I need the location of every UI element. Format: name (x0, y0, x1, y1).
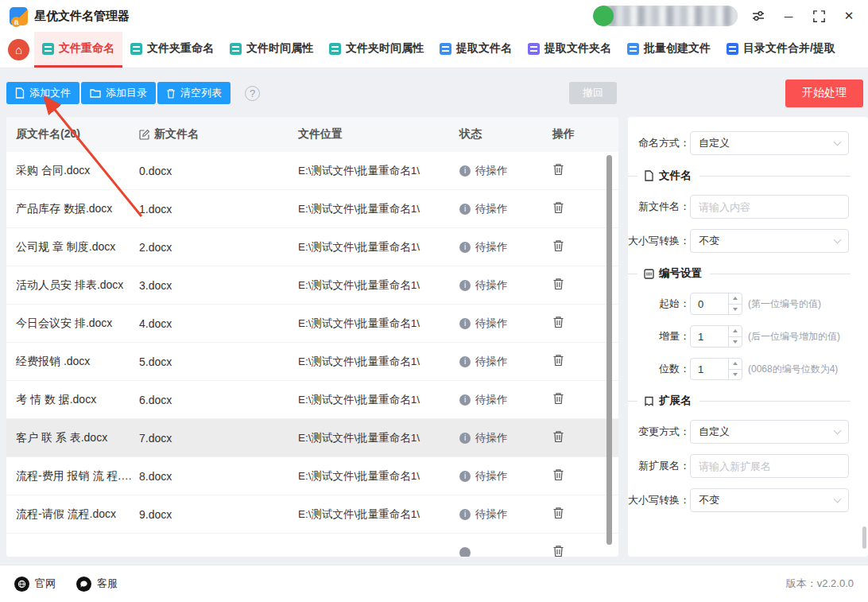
new-extension-input[interactable] (690, 454, 849, 478)
tab-file-rename[interactable]: 文件重命名 (34, 32, 122, 68)
delete-row-icon[interactable] (552, 316, 564, 328)
undo-button[interactable]: 撤回 (569, 82, 617, 104)
new-filename: 6.docx (139, 394, 298, 406)
delete-row-icon[interactable] (552, 468, 564, 481)
new-filename: 3.docx (139, 279, 298, 292)
increment-stepper[interactable]: 1 (690, 325, 742, 348)
customer-support-link[interactable]: 客服 (76, 577, 118, 592)
naming-method-label: 命名方式： (628, 136, 690, 150)
info-icon: i (459, 394, 471, 406)
stepper-down-icon[interactable] (729, 305, 742, 315)
ext-case-convert-label: 大小写转换： (628, 493, 690, 507)
panel-scrollbar[interactable] (862, 526, 866, 549)
stepper-up-icon[interactable] (729, 326, 742, 337)
table-row[interactable]: 流程-请假 流程.docx 9.docx E:\测试文件\批量重命名1\ i 待… (6, 495, 618, 534)
merge-extract-icon (727, 43, 738, 55)
filename-section-title: 文件名 (659, 169, 692, 183)
delete-row-icon[interactable] (552, 239, 564, 252)
column-header-actions: 操作 (552, 127, 618, 142)
info-icon: i (459, 433, 471, 444)
tab-extract-foldername[interactable]: 提取文件夹名 (520, 32, 619, 68)
delete-row-icon[interactable] (552, 354, 564, 367)
chevron-down-icon (834, 236, 842, 244)
table-row[interactable]: 公司规 章 制度.docx 2.docx E:\测试文件\批量重命名1\ i 待… (6, 228, 618, 266)
actions-cell (552, 545, 618, 557)
customer-support-icon (76, 577, 91, 592)
info-icon: i (459, 280, 471, 291)
stepper-down-icon[interactable] (729, 370, 742, 380)
ext-case-convert-select[interactable]: 不变 (690, 488, 849, 512)
column-header-file-path: 文件位置 (298, 127, 459, 142)
case-convert-select[interactable]: 不变 (690, 229, 849, 253)
tab-batch-create[interactable]: 批量创建文件 (619, 32, 719, 68)
stepper-up-icon[interactable] (729, 359, 742, 370)
table-row[interactable]: 采购 合同.docx 0.docx E:\测试文件\批量重命名1\ i 待操作 (6, 152, 618, 190)
table-row[interactable]: 活动人员安 排表.docx 3.docx E:\测试文件\批量重命名1\ i 待… (6, 266, 618, 305)
original-filename: 公司规 章 制度.docx (16, 240, 139, 254)
stepper-up-icon[interactable] (729, 293, 742, 305)
delete-row-icon[interactable] (552, 278, 564, 290)
chevron-down-icon (834, 138, 842, 146)
delete-row-icon[interactable] (552, 163, 564, 176)
settings-panel: 命名方式： 自定义 文件名 新文件名： 大小写转换： 不变 编号设置 起始： (628, 117, 868, 557)
help-icon[interactable]: ? (245, 86, 260, 101)
home-button[interactable]: ⌂ (8, 39, 29, 60)
table-row[interactable] (6, 534, 618, 557)
status-cell: i 待操作 (459, 317, 552, 331)
settings-sliders-icon[interactable] (749, 6, 768, 25)
tab-file-time[interactable]: 文件时间属性 (222, 32, 321, 68)
status-cell: i 待操作 (459, 278, 552, 293)
close-button[interactable]: ✕ (839, 6, 858, 25)
rename-edit-icon (139, 129, 150, 140)
delete-row-icon[interactable] (552, 507, 564, 519)
table-body: 采购 合同.docx 0.docx E:\测试文件\批量重命名1\ i 待操作 … (6, 152, 618, 557)
version-text: 版本：v2.2.0.0 (786, 577, 854, 591)
file-path: E:\测试文件\批量重命名1\ (298, 469, 459, 484)
table-row[interactable]: 客户 联 系 表.docx 7.docx E:\测试文件\批量重命名1\ i 待… (6, 419, 618, 457)
app-title: 星优文件名管理器 (34, 9, 130, 24)
clear-list-button[interactable]: 清空列表 (157, 82, 231, 104)
table-row[interactable]: 经费报销 .docx 5.docx E:\测试文件\批量重命名1\ i 待操作 (6, 343, 618, 381)
table-row[interactable]: 考 情 数 据.docx 6.docx E:\测试文件\批量重命名1\ i 待操… (6, 381, 618, 419)
stepper-down-icon[interactable] (729, 337, 742, 348)
official-site-link[interactable]: 官网 (14, 577, 56, 592)
status-cell: i 待操作 (459, 164, 552, 178)
tab-folder-rename[interactable]: 文件夹重命名 (122, 32, 222, 68)
info-icon: i (459, 242, 471, 253)
table-row[interactable]: 流程-费用 报销 流 程.d... 8.docx E:\测试文件\批量重命名1\… (6, 457, 618, 495)
new-filename-input[interactable] (690, 195, 849, 219)
user-account-area[interactable] (593, 6, 738, 26)
start-processing-button[interactable]: 开始处理 (785, 80, 863, 107)
delete-row-icon[interactable] (552, 392, 564, 405)
delete-row-icon[interactable] (552, 201, 564, 214)
digits-stepper[interactable]: 1 (690, 358, 742, 380)
original-filename: 产品库存 数据.docx (16, 202, 139, 216)
table-row[interactable]: 今日会议安 排.docx 4.docx E:\测试文件\批量重命名1\ i 待操… (6, 305, 618, 343)
table-row[interactable]: 产品库存 数据.docx 1.docx E:\测试文件\批量重命名1\ i 待操… (6, 190, 618, 228)
naming-method-select[interactable]: 自定义 (690, 131, 849, 155)
delete-row-icon[interactable] (552, 430, 564, 443)
column-header-original-name: 原文件名(20) (16, 127, 139, 142)
start-number-stepper[interactable]: 0 (690, 293, 742, 315)
minimize-button[interactable]: ─ (779, 6, 798, 25)
maximize-button[interactable] (809, 6, 828, 25)
file-path: E:\测试文件\批量重命名1\ (298, 202, 459, 216)
new-extension-label: 新扩展名： (628, 459, 690, 473)
file-path: E:\测试文件\批量重命名1\ (298, 164, 459, 178)
table-scrollbar[interactable] (606, 155, 612, 545)
change-method-select[interactable]: 自定义 (690, 420, 849, 444)
info-icon: i (459, 356, 471, 367)
tab-bar: ⌂ 文件重命名 文件夹重命名 文件时间属性 文件夹时间属性 提取文件名 提取文件… (0, 32, 868, 68)
file-path: E:\测试文件\批量重命名1\ (298, 507, 459, 522)
tab-folder-time[interactable]: 文件夹时间属性 (321, 32, 432, 68)
info-icon: i (459, 318, 471, 329)
status-text: 待操作 (475, 164, 508, 178)
tab-extract-filename[interactable]: 提取文件名 (432, 32, 520, 68)
delete-row-icon[interactable] (552, 545, 564, 557)
status-text: 待操作 (475, 202, 508, 216)
change-method-label: 变更方式： (628, 425, 690, 439)
tab-merge-extract[interactable]: 目录文件合并/提取 (719, 32, 843, 68)
numbering-section-icon (644, 269, 654, 279)
add-directory-button[interactable]: 添加目录 (81, 82, 156, 104)
add-file-button[interactable]: 添加文件 (6, 82, 79, 104)
